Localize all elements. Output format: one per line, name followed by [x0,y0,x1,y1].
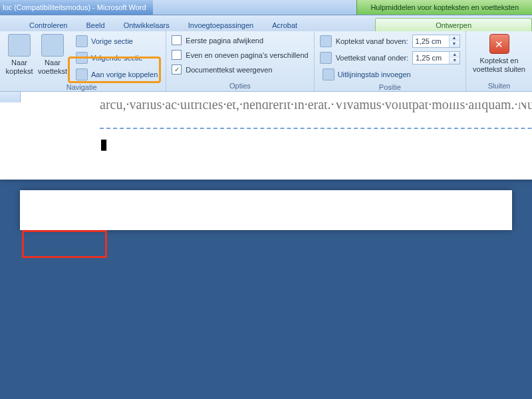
btn-uitlijningstab[interactable]: Uitlijningstab invoegen [320,67,460,82]
btn-aan-vorige-koppelen-label: Aan vorige koppelen [91,70,158,78]
btn-aan-vorige-koppelen[interactable]: Aan vorige koppelen [73,67,160,82]
checkbox-icon [172,35,182,45]
btn-volgende-sectie[interactable]: Volgende sectie [73,51,160,65]
chk-even-oneven-label: Even en oneven pagina's verschillend [186,51,308,59]
btn-close-header-footer-label: Koptekst en voettekst sluiten [471,57,527,74]
tab-acrobat[interactable]: Acrobat [263,19,307,31]
chk-even-oneven[interactable]: Even en oneven pagina's verschillend [172,49,308,61]
spin-up-icon[interactable]: ▲ [450,35,460,41]
chk-eerste-pagina-label: Eerste pagina afwijkend [186,37,263,45]
btn-volgende-sectie-label: Volgende sectie [91,54,143,62]
document-area[interactable]: arcu,·varius·ac·ultricies·et,·hendrerit·… [0,102,532,399]
btn-naar-voettekst[interactable]: Naar voettekst [36,34,69,76]
tab-ontwikkelaars[interactable]: Ontwikkelaars [114,19,179,31]
title-bar: loc (Compatibiliteitsmodus) - Microsoft … [0,0,532,15]
group-opties: Eerste pagina afwijkend Even en oneven p… [166,31,314,91]
tab-ontwerpen[interactable]: Ontwerpen [375,18,532,31]
footer-icon [41,34,64,57]
group-sluiten: ✕ Koptekst en voettekst sluiten Sluiten [466,31,532,91]
text-cursor[interactable]: ▮ [100,136,532,153]
link-previous-icon [76,68,88,80]
tab-beeld[interactable]: Beeld [76,19,114,31]
close-icon: ✕ [489,34,509,54]
spin-koptekst-boven[interactable]: ▲▼ [412,35,460,48]
header-distance-icon [320,35,332,47]
spin-koptekst-boven-input[interactable] [413,35,449,47]
group-navigatie: Naar koptekst Naar voettekst Vorige sect… [0,31,166,91]
btn-close-header-footer[interactable]: ✕ Koptekst en voettekst sluiten [471,34,527,74]
row-koptekst-boven: Koptekst vanaf boven: ▲▼ [320,34,460,49]
btn-naar-koptekst-label: Naar koptekst [3,59,36,76]
body-paragraph: arcu,·varius·ac·ultricies·et,·hendrerit·… [100,102,532,116]
title-text-left: loc (Compatibiliteitsmodus) - Microsoft … [3,3,146,11]
row-voettekst-onder: Voettekst vanaf onder: ▲▼ [320,51,460,65]
app-window: loc (Compatibiliteitsmodus) - Microsoft … [0,0,532,399]
header-icon [8,34,31,57]
ribbon: Naar koptekst Naar voettekst Vorige sect… [0,31,532,92]
checkbox-checked-icon: ✓ [172,65,182,74]
footer-separator [100,128,532,129]
checkbox-icon [172,50,182,60]
tab-controleren[interactable]: Controleren [20,19,76,31]
spin-down-icon[interactable]: ▼ [450,41,460,47]
title-doc: loc (Compatibiliteitsmodus) - Microsoft … [0,0,153,15]
tab-invoegtoepassingen[interactable]: Invoegtoepassingen [179,19,263,31]
group-navigatie-label: Navigatie [3,82,160,91]
group-opties-label: Opties [172,80,308,90]
btn-naar-voettekst-label: Naar voettekst [36,59,69,76]
chk-documenttekst[interactable]: ✓ Documenttekst weergeven [172,63,308,76]
ribbon-tabs: Controleren Beeld Ontwikkelaars Invoegto… [0,15,532,31]
lbl-voettekst-onder: Voettekst vanaf onder: [336,54,408,62]
btn-naar-koptekst[interactable]: Naar koptekst [3,34,36,76]
page-2[interactable] [20,190,512,230]
prev-section-icon [76,35,88,47]
spin-up-icon[interactable]: ▲ [450,52,460,58]
title-context-text: Hulpmiddelen voor kopteksten en voetteks… [370,3,519,11]
spin-down-icon[interactable]: ▼ [450,58,460,64]
align-tab-icon [323,68,334,80]
footer-distance-icon [320,52,332,64]
group-positie-label: Positie [320,82,460,91]
spin-voettekst-onder[interactable]: ▲▼ [412,51,460,65]
paragraph-text: arcu,·varius·ac·ultricies·et,·hendrerit·… [100,102,532,112]
group-positie: Koptekst vanaf boven: ▲▼ Voettekst vanaf… [315,31,466,91]
spin-voettekst-onder-input[interactable] [413,52,449,64]
btn-vorige-sectie[interactable]: Vorige sectie [73,34,160,49]
page-1[interactable]: arcu,·varius·ac·ultricies·et,·hendrerit·… [0,102,532,180]
chk-eerste-pagina[interactable]: Eerste pagina afwijkend [172,34,308,47]
title-context-tools: Hulpmiddelen voor kopteksten en voetteks… [356,0,532,15]
btn-uitlijningstab-label: Uitlijningstab invoegen [338,70,411,78]
next-section-icon [76,52,88,64]
btn-vorige-sectie-label: Vorige sectie [91,37,133,45]
chk-documenttekst-label: Documenttekst weergeven [186,66,272,74]
group-sluiten-label: Sluiten [471,80,527,90]
lbl-koptekst-boven: Koptekst vanaf boven: [336,37,408,45]
